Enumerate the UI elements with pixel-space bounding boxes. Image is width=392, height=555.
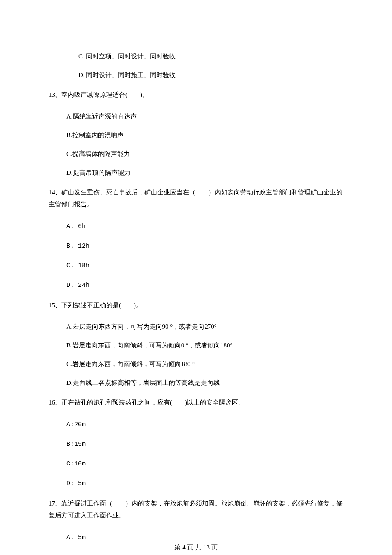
- option-text: C:10m: [66, 460, 86, 468]
- q14-option-d: D. 24h: [49, 280, 343, 291]
- q14-option-a: A. 6h: [49, 221, 343, 232]
- option-text: C. 同时立项、同时设计、同时验收: [78, 53, 176, 60]
- question-14: 14、矿山发生重伤、死亡事故后，矿山企业应当在（ ）内如实向劳动行政主管部门和管…: [49, 186, 343, 211]
- option-text: C.岩层走向东西，向南倾斜，可写为倾向180 °: [66, 361, 195, 367]
- option-text: B.岩层走向东西，向南倾斜，可写为倾向0 °，或者倾向180°: [66, 342, 233, 349]
- q13-option-c: C.提高墙体的隔声能力: [49, 149, 343, 159]
- question-15: 15、下列叙述不正确的是( )。: [49, 299, 343, 312]
- option-text: A.岩层走向东西方向，可写为走向90 °，或者走向270°: [66, 323, 217, 330]
- question-label: 14、矿山发生重伤、死亡事故后，矿山企业应当在（ ）内如实向劳动行政主管部门和管…: [49, 189, 343, 208]
- q15-option-c: C.岩层走向东西，向南倾斜，可写为倾向180 °: [49, 359, 343, 369]
- option-text: A:20m: [66, 421, 86, 428]
- option-text: D. 同时设计、同时施工、同时验收: [78, 72, 176, 78]
- q15-option-a: A.岩层走向东西方向，可写为走向90 °，或者走向270°: [49, 321, 343, 332]
- question-label: 13、室内吸声减噪原理适合( )。: [49, 91, 149, 98]
- q16-option-d: D: 5m: [49, 478, 343, 489]
- page-number: 第 4 页 共 13 页: [174, 544, 217, 551]
- option-text: C. 18h: [66, 262, 89, 269]
- q13-option-d: D.提高吊顶的隔声能力: [49, 168, 343, 178]
- option-text: A. 6h: [66, 223, 86, 230]
- option-text: B. 12h: [66, 243, 89, 250]
- option-text: D. 24h: [66, 282, 89, 289]
- q14-option-c: C. 18h: [49, 260, 343, 271]
- question-13: 13、室内吸声减噪原理适合( )。: [49, 89, 343, 101]
- q13-option-b: B.控制室内的混响声: [49, 130, 343, 140]
- q14-option-b: B. 12h: [49, 240, 343, 251]
- option-text: B.控制室内的混响声: [66, 132, 124, 139]
- question-label: 17、靠近掘进工作面（ ）内的支架，在放炮前必须加固。放炮崩倒、崩坏的支架，必须…: [49, 500, 343, 519]
- question-17: 17、靠近掘进工作面（ ）内的支架，在放炮前必须加固。放炮崩倒、崩坏的支架，必须…: [49, 497, 343, 522]
- q15-option-b: B.岩层走向东西，向南倾斜，可写为倾向0 °，或者倾向180°: [49, 340, 343, 350]
- option-text: C.提高墙体的隔声能力: [66, 150, 130, 157]
- option-text: D: 5m: [66, 480, 86, 487]
- prev-option-d: D. 同时设计、同时施工、同时验收: [49, 70, 343, 80]
- q13-option-a: A.隔绝靠近声源的直达声: [49, 111, 343, 121]
- question-label: 16、正在钻孔的炮孔和预装药孔之间，应有( )以上的安全隔离区。: [49, 399, 245, 406]
- option-text: A.隔绝靠近声源的直达声: [66, 113, 137, 120]
- q16-option-b: B:15m: [49, 439, 343, 450]
- option-text: D.走向线上各点标高相等，岩层面上的等高线是走向线: [66, 379, 220, 386]
- prev-option-c: C. 同时立项、同时设计、同时验收: [49, 51, 343, 61]
- option-text: D.提高吊顶的隔声能力: [66, 169, 130, 176]
- option-text: A. 5m: [66, 534, 86, 541]
- question-16: 16、正在钻孔的炮孔和预装药孔之间，应有( )以上的安全隔离区。: [49, 396, 343, 409]
- q16-option-c: C:10m: [49, 458, 343, 469]
- q15-option-d: D.走向线上各点标高相等，岩层面上的等高线是走向线: [49, 378, 343, 388]
- question-label: 15、下列叙述不正确的是( )。: [49, 302, 142, 309]
- q17-option-a: A. 5m: [49, 532, 343, 543]
- q16-option-a: A:20m: [49, 419, 343, 430]
- option-text: B:15m: [66, 441, 86, 448]
- page-footer: 第 4 页 共 13 页: [0, 542, 392, 552]
